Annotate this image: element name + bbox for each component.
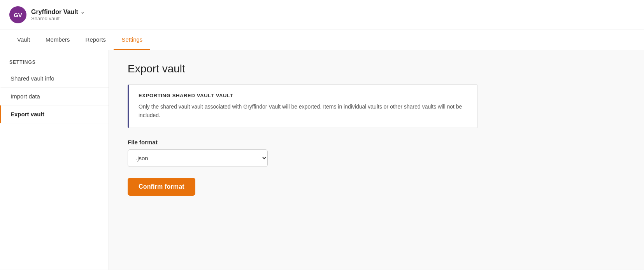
vault-name-text: Gryffindor Vault — [31, 9, 78, 16]
content-area: Export vault EXPORTING SHARED VAULT VAUL… — [109, 50, 644, 270]
tab-members[interactable]: Members — [38, 30, 78, 50]
file-format-select[interactable]: .json .csv — [128, 149, 268, 167]
page-title: Export vault — [128, 63, 625, 75]
info-box-text: Only the shared vault vault associated w… — [139, 102, 468, 120]
sidebar: SETTINGS Shared vault info Import data E… — [0, 50, 109, 270]
chevron-down-icon: ⌄ — [81, 9, 84, 15]
file-format-label: File format — [128, 139, 625, 146]
info-box: EXPORTING SHARED VAULT VAULT Only the sh… — [128, 84, 478, 128]
vault-name-row[interactable]: Gryffindor Vault ⌄ — [31, 9, 84, 16]
tab-settings[interactable]: Settings — [114, 30, 150, 50]
confirm-format-button[interactable]: Confirm format — [128, 178, 195, 196]
sidebar-heading: SETTINGS — [0, 50, 109, 70]
avatar: GV — [9, 6, 26, 23]
info-box-title: EXPORTING SHARED VAULT VAULT — [139, 93, 468, 98]
tab-vault[interactable]: Vault — [9, 30, 38, 50]
vault-subtitle: Shared vault — [31, 16, 84, 21]
vault-info: Gryffindor Vault ⌄ Shared vault — [31, 9, 84, 21]
nav-tabs: Vault Members Reports Settings — [0, 30, 644, 50]
sidebar-item-shared-vault-info[interactable]: Shared vault info — [0, 70, 109, 88]
sidebar-item-import-data[interactable]: Import data — [0, 88, 109, 105]
top-bar: GV Gryffindor Vault ⌄ Shared vault — [0, 0, 644, 30]
main-content: SETTINGS Shared vault info Import data E… — [0, 50, 644, 270]
tab-reports[interactable]: Reports — [78, 30, 114, 50]
sidebar-item-export-vault[interactable]: Export vault — [0, 105, 109, 123]
